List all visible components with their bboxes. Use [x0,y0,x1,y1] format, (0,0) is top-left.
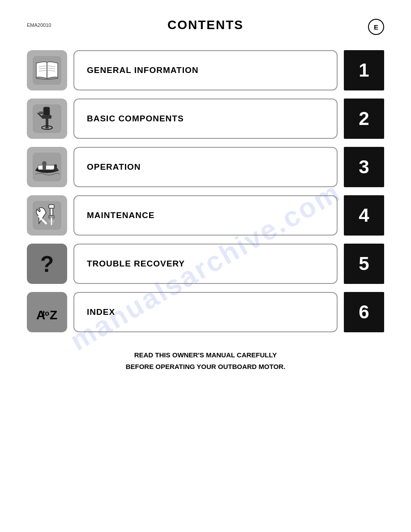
page-title: CONTENTS [167,18,244,32]
label-box-4: MAINTENANCE [73,195,338,236]
toc-number-1: 1 [359,60,369,81]
icon-tools [27,195,67,236]
toc-list: GENERAL INFORMATION 1 [0,41,411,332]
svg-point-18 [42,161,47,166]
page: manualsarchive.com EMA20010 CONTENTS E [0,0,411,532]
svg-rect-10 [42,115,51,119]
svg-text:?: ? [40,252,54,277]
language-label: E [374,23,378,31]
svg-rect-9 [43,107,50,116]
number-box-4: 4 [344,195,384,236]
toc-number-4: 4 [359,205,369,226]
number-box-2: 2 [344,99,384,139]
footer-line-2: BEFORE OPERATING YOUR OUTBOARD MOTOR. [27,361,384,373]
number-box-6: 6 [344,292,384,332]
svg-text:to: to [43,309,49,317]
label-box-2: BASIC COMPONENTS [73,99,338,139]
icon-question: ? [27,244,67,284]
toc-label-2: BASIC COMPONENTS [87,114,184,124]
number-box-3: 3 [344,147,384,187]
motor-icon-svg [32,103,62,134]
label-box-6: INDEX [73,292,338,332]
label-box-1: GENERAL INFORMATION [73,50,338,90]
svg-rect-21 [53,169,58,171]
label-box-5: TROUBLE RECOVERY [73,244,338,284]
toc-number-3: 3 [359,156,369,178]
svg-rect-24 [49,205,54,208]
boat-icon-svg [32,152,62,182]
icon-motor [27,99,67,139]
footer-note: READ THIS OWNER'S MANUAL CAREFULLY BEFOR… [0,349,411,372]
toc-row-5[interactable]: ? TROUBLE RECOVERY 5 [27,244,384,284]
number-box-5: 5 [344,244,384,284]
icon-book [27,50,67,90]
book-icon-svg [32,55,62,86]
language-badge: E [368,19,384,35]
document-code: EMA20010 [27,22,51,28]
toc-label-6: INDEX [87,307,115,317]
toc-label-4: MAINTENANCE [87,210,154,220]
tools-icon-svg [32,200,62,231]
svg-rect-17 [38,165,56,170]
icon-atoz: A to Z [27,292,67,332]
toc-number-5: 5 [359,253,369,275]
toc-number-6: 6 [359,301,369,323]
toc-number-2: 2 [359,108,369,129]
toc-row-4[interactable]: MAINTENANCE 4 [27,195,384,236]
toc-row-3[interactable]: OPERATION 3 [27,147,384,187]
footer-line-1: READ THIS OWNER'S MANUAL CAREFULLY [27,349,384,361]
toc-row-6[interactable]: A to Z INDEX 6 [27,292,384,332]
svg-point-13 [45,127,49,129]
question-icon-svg: ? [32,249,62,279]
toc-row-1[interactable]: GENERAL INFORMATION 1 [27,50,384,90]
label-box-3: OPERATION [73,147,338,187]
svg-text:Z: Z [50,308,57,322]
svg-rect-19 [43,165,46,170]
svg-rect-25 [50,208,53,215]
toc-label-5: TROUBLE RECOVERY [87,259,185,269]
number-box-1: 1 [344,50,384,90]
toc-row-2[interactable]: BASIC COMPONENTS 2 [27,99,384,139]
toc-label-3: OPERATION [87,162,141,172]
toc-label-1: GENERAL INFORMATION [87,65,198,75]
svg-rect-15 [39,112,43,114]
header: EMA20010 CONTENTS E [0,0,411,41]
atoz-icon-svg: A to Z [32,297,62,327]
svg-rect-22 [33,201,61,230]
icon-boat [27,147,67,187]
